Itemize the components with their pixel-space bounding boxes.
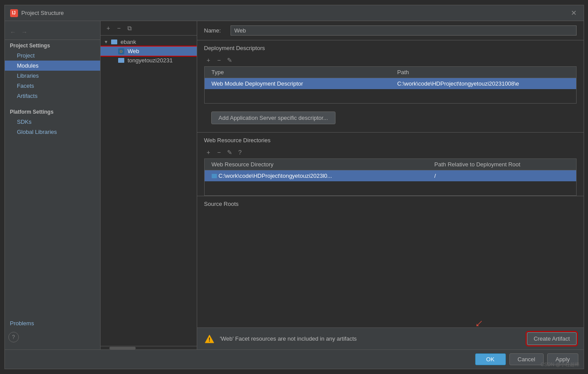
tree-scrollbar[interactable] bbox=[101, 346, 197, 349]
main-content: Name: Deployment Descriptors + − ✎ Ty bbox=[197, 21, 584, 349]
deployment-edit-btn[interactable]: ✎ bbox=[225, 56, 234, 65]
sidebar-item-sdks[interactable]: SDKs bbox=[5, 117, 100, 127]
close-button[interactable]: ✕ bbox=[570, 9, 578, 18]
folder-icon-tongyetouzi bbox=[118, 58, 124, 63]
web-resource-cell-dir-0: C:\work\code\HDProject\tongyetouzi2023l0… bbox=[205, 170, 428, 181]
web-resource-edit-btn[interactable]: ✎ bbox=[225, 148, 234, 157]
web-resource-row-0[interactable]: C:\work\code\HDProject\tongyetouzi2023l0… bbox=[205, 170, 576, 182]
deployment-descriptors-header: Deployment Descriptors bbox=[197, 40, 584, 54]
web-module-icon: ⊙ bbox=[118, 48, 124, 54]
back-button[interactable]: ← bbox=[8, 27, 18, 37]
help-button-sidebar[interactable]: ? bbox=[8, 332, 19, 342]
tree-item-ebank[interactable]: ▼ ebank bbox=[101, 37, 197, 47]
tree-panel: + − ⧉ ▼ ebank ⊙ Web bbox=[101, 21, 197, 349]
section-content: Deployment Descriptors + − ✎ Type Path bbox=[197, 40, 584, 327]
tree-item-ebank-label: ebank bbox=[121, 39, 136, 45]
deployment-row-0[interactable]: Web Module Deployment Descriptor C:\work… bbox=[205, 78, 576, 90]
warning-text: 'Web' Facet resources are not included i… bbox=[220, 335, 522, 342]
deployment-remove-btn[interactable]: − bbox=[215, 56, 224, 65]
tree-remove-button[interactable]: − bbox=[115, 24, 123, 32]
svg-text:!: ! bbox=[208, 336, 210, 343]
title-bar-left: IJ Project Structure bbox=[10, 9, 64, 17]
app-icon: IJ bbox=[10, 9, 18, 17]
project-structure-dialog: IJ Project Structure ✕ ← → Project Setti… bbox=[4, 5, 584, 369]
sidebar-item-artifacts[interactable]: Artifacts bbox=[5, 91, 100, 101]
web-resource-toolbar: + − ✎ ? bbox=[197, 146, 584, 158]
deployment-table-container: Type Path Web Module Deployment Descript… bbox=[204, 66, 577, 104]
deployment-col-type: Type bbox=[205, 67, 390, 78]
source-roots-header: Source Roots bbox=[197, 196, 584, 210]
web-resource-help-btn[interactable]: ? bbox=[236, 148, 245, 157]
name-row: Name: bbox=[197, 21, 584, 40]
web-resource-folder-icon bbox=[212, 174, 217, 178]
dialog-title: Project Structure bbox=[22, 10, 64, 16]
web-resource-remove-btn[interactable]: − bbox=[215, 148, 224, 157]
dialog-body: ← → Project Settings Project Modules Lib… bbox=[5, 21, 584, 349]
sidebar-item-libraries[interactable]: Libraries bbox=[5, 71, 100, 81]
web-resource-dir-text: C:\work\code\HDProject\tongyetouzi2023l0… bbox=[219, 173, 332, 179]
deployment-col-path: Path bbox=[390, 67, 576, 78]
tree-scrollbar-thumb bbox=[109, 347, 136, 349]
web-resource-add-btn[interactable]: + bbox=[204, 148, 213, 157]
tree-item-web-label: Web bbox=[128, 48, 140, 54]
tree-add-button[interactable]: + bbox=[104, 24, 113, 32]
deployment-cell-path-0: C:\work\code\HDProject\tongyetouzi202310… bbox=[390, 78, 576, 90]
sidebar-item-problems[interactable]: Problems bbox=[5, 318, 100, 328]
project-settings-label: Project Settings bbox=[5, 40, 100, 50]
web-resource-cell-path-0: / bbox=[427, 170, 576, 182]
ok-button[interactable]: OK bbox=[475, 353, 506, 365]
name-label: Name: bbox=[204, 27, 226, 34]
web-resource-header: Web Resource Directories bbox=[197, 132, 584, 146]
deployment-table: Type Path Web Module Deployment Descript… bbox=[205, 67, 576, 103]
nav-arrows: ← → bbox=[5, 25, 100, 40]
forward-button[interactable]: → bbox=[20, 27, 29, 37]
platform-settings-label: Platform Settings bbox=[5, 106, 100, 117]
tree-item-tongyetouzi[interactable]: tongyetouzi20231 bbox=[101, 56, 197, 65]
create-artifact-button[interactable]: Create Artifact bbox=[527, 332, 576, 345]
name-input[interactable] bbox=[231, 25, 577, 36]
web-resource-empty-row bbox=[205, 181, 576, 195]
dialog-footer: OK Cancel Apply bbox=[5, 349, 584, 369]
sidebar-item-facets[interactable]: Facets bbox=[5, 81, 100, 91]
tree-content: ▼ ebank ⊙ Web tongyetouzi20231 bbox=[101, 36, 197, 346]
sidebar-item-project[interactable]: Project bbox=[5, 50, 100, 61]
warning-icon: ! bbox=[204, 334, 215, 344]
sidebar: ← → Project Settings Project Modules Lib… bbox=[5, 21, 101, 349]
web-resource-col-path: Path Relative to Deployment Root bbox=[427, 159, 576, 170]
expand-arrow-ebank: ▼ bbox=[104, 40, 109, 44]
sidebar-item-modules[interactable]: Modules bbox=[5, 61, 100, 71]
web-resource-table-container: Web Resource Directory Path Relative to … bbox=[204, 158, 577, 196]
deployment-empty-row bbox=[205, 89, 576, 103]
sidebar-item-global-libraries[interactable]: Global Libraries bbox=[5, 127, 100, 137]
add-server-btn[interactable]: Add Application Server specific descript… bbox=[211, 111, 335, 124]
tree-toolbar: + − ⧉ bbox=[101, 21, 197, 36]
tree-item-web[interactable]: ⊙ Web bbox=[101, 47, 197, 56]
web-selection-border bbox=[101, 47, 197, 56]
deployment-cell-type-0: Web Module Deployment Descriptor bbox=[205, 78, 390, 90]
add-server-container: Add Application Server specific descript… bbox=[197, 104, 584, 132]
warning-bar: ! 'Web' Facet resources are not included… bbox=[197, 327, 584, 349]
cancel-button[interactable]: Cancel bbox=[509, 353, 544, 365]
tree-item-tongyetouzi-label: tongyetouzi20231 bbox=[128, 57, 173, 64]
watermark: CSDN @小杜超棒 bbox=[541, 361, 580, 368]
tree-copy-button[interactable]: ⧉ bbox=[125, 24, 134, 32]
deployment-toolbar: + − ✎ bbox=[197, 54, 584, 66]
web-resource-col-dir: Web Resource Directory bbox=[205, 159, 428, 170]
deployment-add-btn[interactable]: + bbox=[204, 56, 213, 65]
title-bar: IJ Project Structure ✕ bbox=[5, 5, 584, 21]
folder-icon-ebank bbox=[111, 40, 117, 44]
web-resource-table: Web Resource Directory Path Relative to … bbox=[205, 159, 576, 195]
source-roots-empty bbox=[197, 210, 584, 223]
